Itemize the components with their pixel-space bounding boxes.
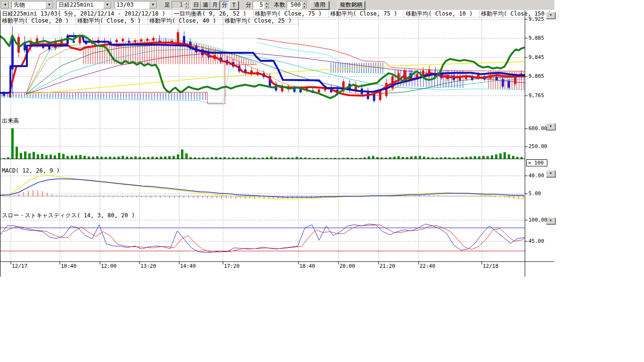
price-axis-label: 9,765 bbox=[528, 93, 544, 98]
volume-panel-label: 出来高 bbox=[2, 118, 19, 123]
time-axis-label: 22:40 bbox=[420, 263, 435, 269]
macd-axis-label: 5.00 bbox=[528, 191, 541, 196]
chart-canvas[interactable] bbox=[0, 0, 644, 362]
chevron-down-icon: ▼ bbox=[550, 14, 552, 17]
time-axis-label: 14:40 bbox=[180, 263, 196, 269]
percent-d-line bbox=[4, 225, 525, 252]
signal-blue-line bbox=[0, 179, 524, 197]
indicator-header: 日経225mini 13/03( 5分, 2012/12/14 - 2012/1… bbox=[0, 10, 559, 25]
volume-axis-label: 250.00 bbox=[528, 144, 547, 149]
macd-multiplier-badge: × 100 bbox=[526, 159, 547, 166]
chart-area[interactable] bbox=[0, 0, 644, 362]
time-axis-label: 13:20 bbox=[140, 263, 156, 269]
ma10-label: 移動平均( Close, 10 ) bbox=[404, 10, 479, 17]
price-axis-label: 9,845 bbox=[528, 55, 544, 60]
trading-chart-window: { "icons":{"dropdown_arrow":"▼","spin_up… bbox=[0, 0, 644, 362]
price-scale-dropdown-button[interactable]: ▼ bbox=[546, 12, 555, 19]
ma75-label: 移動平均( Close, 75 ) bbox=[254, 10, 329, 17]
ma5-label: 移動平均( Close, 5 ) bbox=[76, 17, 148, 25]
macd-axis-label: 40.00 bbox=[528, 173, 544, 178]
volume-scale-dropdown-button[interactable]: ▼ bbox=[546, 123, 555, 130]
macd-yellow-line bbox=[0, 175, 524, 199]
tenkan-red-line bbox=[9, 43, 525, 96]
ichimoku-label: 一目均衡表( 9, 26, 52 ) bbox=[173, 10, 254, 17]
time-axis-label: 12/18 bbox=[483, 263, 498, 269]
macd-scale-dropdown-button[interactable]: ▼ bbox=[546, 170, 555, 177]
macd-panel-label: MACD( 12, 26, 9 ) bbox=[2, 168, 60, 173]
ma40-label: 移動平均( Close, 40 ) bbox=[148, 17, 223, 25]
stoch-scale-dropdown-button[interactable]: ▼ bbox=[546, 217, 555, 224]
price-axis-label: 9,925 bbox=[528, 16, 544, 22]
series-title: 日経225mini 13/03( 5分, 2012/12/14 - 2012/1… bbox=[0, 10, 173, 17]
stoch-axis-label: 45.00 bbox=[528, 239, 544, 244]
time-axis-label: 18:40 bbox=[299, 263, 315, 269]
ma75b-label: 移動平均( Close, 75 ) bbox=[329, 10, 405, 17]
chevron-down-icon: ▼ bbox=[550, 172, 552, 175]
ma25-label: 移動平均( Close, 25 ) bbox=[223, 17, 299, 25]
volume-axis-label: 600.00 bbox=[528, 126, 547, 131]
chevron-down-icon: ▼ bbox=[550, 125, 552, 128]
stoch-panel-label: スロー・ストキャスティクス( 14, 3, 80, 20 ) bbox=[2, 213, 135, 218]
indicator-header-row1: 日経225mini 13/03( 5分, 2012/12/14 - 2012/1… bbox=[0, 10, 559, 17]
chevron-down-icon: ▼ bbox=[550, 219, 552, 222]
time-axis-label: 20:00 bbox=[339, 263, 355, 269]
ma20-label: 移動平均( Close, 20 ) bbox=[0, 17, 76, 25]
time-axis-label: 12:00 bbox=[101, 263, 116, 269]
indicator-header-row2: 移動平均( Close, 20 ) 移動平均( Close, 5 ) 移動平均(… bbox=[0, 17, 559, 25]
time-axis-label: 10:40 bbox=[61, 263, 76, 269]
time-axis-label: 21:20 bbox=[380, 263, 395, 269]
price-axis-label: 9,885 bbox=[528, 35, 544, 41]
chikou-green-line bbox=[0, 35, 525, 98]
fan-green-line bbox=[26, 45, 78, 94]
price-axis-label: 9,805 bbox=[528, 74, 544, 79]
time-axis-label: 12/17 bbox=[12, 263, 27, 269]
stoch-axis-label: 100.00 bbox=[528, 217, 547, 222]
time-axis-label: 17:20 bbox=[224, 263, 239, 269]
